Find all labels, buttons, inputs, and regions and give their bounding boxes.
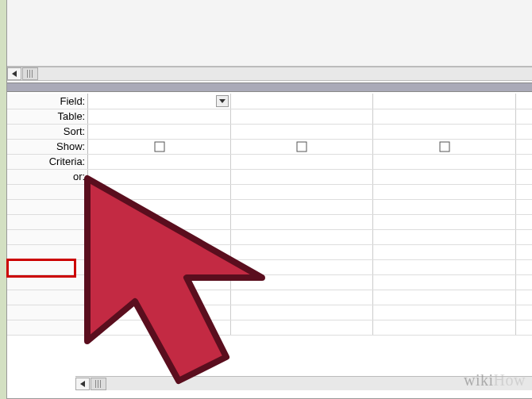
row-label-or: or: (7, 169, 88, 184)
table-cell-1[interactable] (88, 109, 231, 124)
field-cell-3[interactable] (373, 94, 516, 109)
show-checkbox[interactable] (154, 141, 164, 152)
row-table: Table: (7, 109, 532, 124)
row-field: Field: (7, 94, 532, 109)
or-cell-1[interactable] (88, 169, 231, 184)
row-label-field: Field: (7, 94, 88, 109)
grid-scrollbar[interactable] (75, 376, 532, 390)
sort-cell-1[interactable] (88, 124, 231, 139)
field-cell-1[interactable] (88, 94, 231, 109)
row-label-table: Table: (7, 109, 88, 124)
svg-marker-1 (219, 99, 226, 103)
row-or: or: (7, 169, 532, 184)
criteria-cell-1[interactable] (88, 154, 231, 169)
scroll-grip[interactable] (91, 378, 106, 390)
query-design-grid[interactable]: Field: Table: Sort: (7, 94, 532, 336)
show-cell-4[interactable] (515, 139, 532, 154)
row-criteria: Criteria: (7, 154, 532, 169)
svg-marker-0 (12, 71, 17, 77)
field-cell-4[interactable] (515, 94, 532, 109)
svg-marker-2 (80, 381, 85, 387)
row-show: Show: (7, 139, 532, 154)
show-cell-2[interactable] (230, 139, 373, 154)
field-cell-2[interactable] (230, 94, 373, 109)
show-cell-1[interactable] (88, 139, 231, 154)
scroll-left-button[interactable] (75, 378, 90, 390)
scroll-left-button[interactable] (7, 67, 21, 80)
show-checkbox[interactable] (439, 141, 449, 152)
field-dropdown-button[interactable] (216, 95, 229, 107)
panel-divider[interactable] (7, 82, 532, 92)
top-panel-scrollbar[interactable] (7, 67, 532, 81)
query-design-window: Field: Table: Sort: (6, 0, 532, 399)
scroll-grip[interactable] (22, 67, 38, 80)
row-sort: Sort: (7, 124, 532, 139)
row-label-show: Show: (7, 139, 88, 154)
show-cell-3[interactable] (373, 139, 516, 154)
row-label-sort: Sort: (7, 124, 88, 139)
row-label-criteria: Criteria: (7, 154, 88, 169)
table-relationship-panel (7, 0, 532, 67)
design-grid-area: Field: Table: Sort: (7, 94, 532, 384)
show-checkbox[interactable] (297, 141, 307, 152)
